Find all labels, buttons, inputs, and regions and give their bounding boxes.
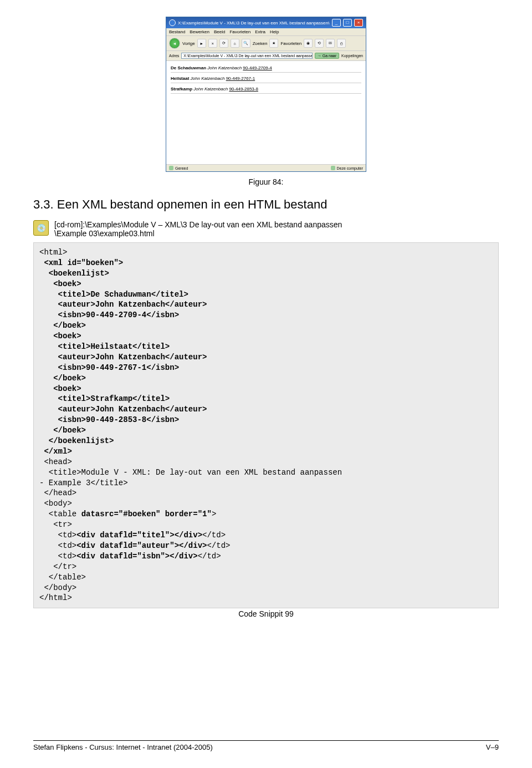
browser-statusbar: Gereed Deze computer — [166, 164, 366, 171]
back-label[interactable]: Vorige — [182, 41, 195, 46]
section-heading: 3.3. Een XML bestand opnemen in een HTML… — [33, 197, 499, 212]
footer-left: Stefan Flipkens - Cursus: Internet - Int… — [33, 743, 213, 751]
koppelingen-label[interactable]: Koppelingen — [341, 54, 363, 58]
mail-icon[interactable]: ✉ — [326, 39, 335, 48]
row-auteur: John Katzenbach — [191, 76, 225, 81]
refresh-icon[interactable]: ⟳ — [219, 39, 228, 48]
row-titel: Strafkamp — [171, 87, 192, 91]
go-button[interactable]: → Ga naar — [315, 53, 339, 59]
browser-content: De Schaduwman John Katzenbach 90-449-270… — [166, 61, 366, 164]
status-right-text: Deze computer — [337, 166, 363, 170]
row-isbn: 90-449-2767-1 — [226, 76, 255, 81]
menu-bestand[interactable]: Bestand — [169, 29, 185, 34]
figure-caption: Figuur 84: — [33, 177, 499, 186]
zone-icon — [331, 166, 335, 170]
maximize-icon[interactable]: □ — [343, 19, 352, 27]
file-path: [cd-rom]:\Examples\Module V – XML\3 De l… — [54, 220, 342, 238]
menu-help[interactable]: Help — [270, 29, 279, 34]
home-icon[interactable]: ⌂ — [231, 39, 239, 48]
close-icon[interactable]: × — [354, 19, 363, 27]
forward-icon[interactable]: ► — [197, 39, 206, 48]
menu-beeld[interactable]: Beeld — [214, 29, 225, 34]
search-icon[interactable]: 🔍 — [242, 39, 250, 48]
ie-icon — [169, 19, 176, 26]
browser-toolbar: ◄ Vorige ► × ⟳ ⌂ 🔍 Zoeken ★ Favorieten ◉… — [166, 36, 366, 51]
menu-favorieten[interactable]: Favorieten — [229, 29, 250, 34]
favorites-label[interactable]: Favorieten — [280, 41, 301, 46]
browser-screenshot: X:\Examples\Module V - XML\3 De lay-out … — [166, 17, 366, 172]
row-auteur: John Katzenbach — [193, 87, 228, 91]
row-isbn: 90-449-2709-4 — [243, 65, 272, 70]
menu-bewerken[interactable]: Bewerken — [190, 29, 209, 34]
page-footer: Stefan Flipkens - Cursus: Internet - Int… — [33, 740, 499, 751]
row-isbn: 90-449-2853-8 — [229, 87, 258, 91]
content-row: Strafkamp John Katzenbach 90-449-2853-8 — [171, 87, 361, 94]
cdrom-icon: 💿 — [33, 220, 49, 236]
menu-extra[interactable]: Extra — [255, 29, 265, 34]
code-snippit-caption: Code Snippit 99 — [33, 609, 499, 618]
status-icon — [169, 166, 173, 170]
row-titel: De Schaduwman — [171, 65, 206, 70]
history-icon[interactable]: ⟲ — [315, 39, 324, 48]
row-auteur: John Katzenbach — [207, 65, 242, 70]
minimize-icon[interactable]: _ — [332, 19, 341, 27]
status-left-text: Gereed — [175, 166, 188, 170]
path-line2: \Example 03\example03.html — [54, 229, 342, 238]
window-title: X:\Examples\Module V - XML\3 De lay-out … — [178, 21, 330, 26]
address-label: Adres — [169, 54, 179, 58]
address-input[interactable]: X:\Examples\Module V - XML\3 De lay-out … — [181, 53, 313, 59]
row-titel: Heilstaat — [171, 76, 189, 81]
stop-icon[interactable]: × — [208, 39, 217, 48]
browser-addressbar: Adres X:\Examples\Module V - XML\3 De la… — [166, 51, 366, 61]
print-icon[interactable]: ⎙ — [337, 39, 346, 48]
media-icon[interactable]: ◉ — [304, 39, 313, 48]
section-title: Een XML bestand opnemen in een HTML best… — [57, 197, 328, 211]
section-number: 3.3. — [33, 197, 54, 211]
favorites-icon[interactable]: ★ — [269, 39, 278, 48]
back-icon[interactable]: ◄ — [169, 38, 180, 49]
footer-right: V–9 — [486, 743, 499, 751]
code-block: <html> <xml id="boeken"> <boekenlijst> <… — [33, 242, 499, 608]
search-label[interactable]: Zoeken — [253, 41, 268, 46]
browser-menubar: Bestand Bewerken Beeld Favorieten Extra … — [166, 28, 366, 36]
content-row: Heilstaat John Katzenbach 90-449-2767-1 — [171, 76, 361, 83]
path-line1: [cd-rom]:\Examples\Module V – XML\3 De l… — [54, 220, 342, 229]
content-row: De Schaduwman John Katzenbach 90-449-270… — [171, 65, 361, 73]
browser-titlebar: X:\Examples\Module V - XML\3 De lay-out … — [166, 17, 366, 28]
